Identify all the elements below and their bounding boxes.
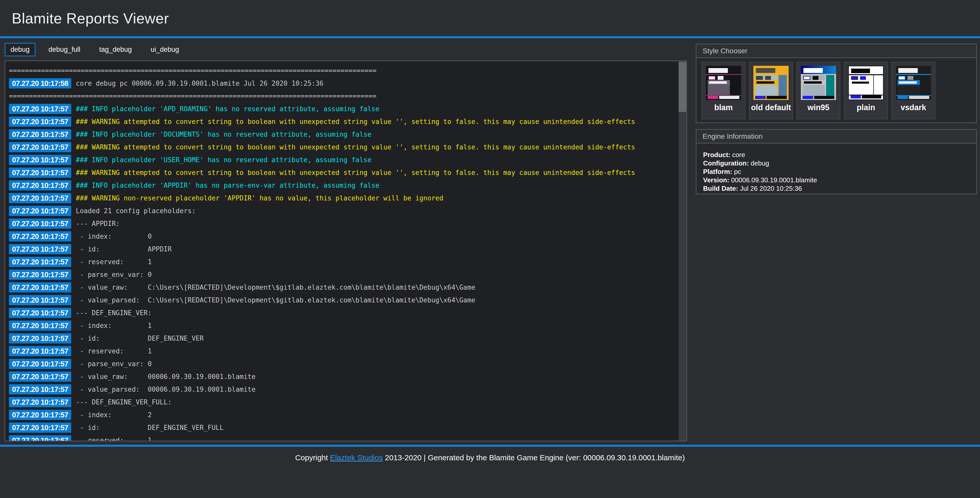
engine-info-list: Product: coreConfiguration: debugPlatfor…: [697, 144, 976, 200]
engine-info-field-value: debug: [751, 159, 769, 167]
log-row: 07.27.20 10:17:57--- APPDIR:: [9, 217, 675, 230]
preview-footer-segment-a: [897, 96, 908, 99]
style-option-old-default[interactable]: old default: [749, 62, 793, 119]
preview-highlight-bar: [708, 80, 730, 85]
log-timestamp-badge: 07.27.20 10:17:58: [9, 78, 71, 89]
footer-link[interactable]: Elaztek Studios: [330, 454, 383, 462]
log-rows: ========================================…: [9, 64, 675, 441]
engine-info-field-value: 00006.09.30.19.0001.blamite: [731, 176, 817, 184]
log-row: 07.27.20 10:17:57### INFO placeholder 'A…: [9, 179, 675, 192]
tab-tag_debug[interactable]: tag_debug: [94, 43, 138, 56]
log-text: - reserved: 1: [76, 347, 151, 355]
log-row: 07.27.20 10:17:57 - value_parsed: 00006.…: [9, 383, 675, 396]
log-text: - reserved: 1: [76, 436, 151, 441]
log-row: 07.27.20 10:17:57 - id: APPDIR: [9, 243, 675, 255]
scrollbar-thumb[interactable]: [679, 62, 686, 112]
log-timestamp-badge: 07.27.20 10:17:57: [9, 333, 71, 344]
preview-accent-line: [849, 74, 883, 75]
log-text: - id: APPDIR: [76, 245, 172, 253]
page-title: Blamite Reports Viewer: [12, 10, 169, 27]
style-preview-thumbnail: [706, 66, 741, 100]
preview-footer-segment-a: [755, 96, 765, 99]
preview-highlight-inner: [899, 81, 917, 84]
preview-tab-a: [756, 76, 763, 80]
log-timestamp-badge: 07.27.20 10:17:57: [9, 295, 71, 305]
log-text: ### INFO placeholder 'APD_ROAMING' has n…: [76, 105, 380, 113]
tab-debug[interactable]: debug: [5, 43, 35, 56]
tab-ui_debug[interactable]: ui_debug: [145, 43, 185, 56]
log-timestamp-badge: 07.27.20 10:17:57: [9, 397, 71, 407]
preview-tab-b: [860, 76, 866, 80]
log-text: ### WARNING attempted to convert string …: [76, 169, 635, 176]
preview-footer-segment-b: [862, 95, 881, 98]
preview-highlight-inner: [804, 81, 822, 84]
log-text: - parse_env_var: 0: [76, 360, 151, 368]
tab-bar: debugdebug_fulltag_debugui_debug: [5, 43, 185, 56]
footer-copyright-prefix: Copyright: [295, 454, 330, 462]
log-row: 07.27.20 10:17:57### WARNING attempted t…: [9, 115, 675, 128]
style-preview-thumbnail: [801, 66, 836, 100]
engine-info-field-value: core: [732, 151, 745, 159]
log-timestamp-badge: 07.27.20 10:17:57: [9, 371, 71, 382]
log-row: 07.27.20 10:17:57 - parse_env_var: 0: [9, 357, 675, 370]
log-row: 07.27.20 10:17:57 - index: 0: [9, 230, 675, 243]
log-row: 07.27.20 10:17:57Loaded 21 config placeh…: [9, 205, 675, 217]
preview-highlight-inner: [709, 81, 727, 84]
log-text: - index: 0: [76, 233, 151, 240]
log-row: 07.27.20 10:17:57 - reserved: 1: [9, 345, 675, 357]
log-timestamp-badge: 07.27.20 10:17:57: [9, 244, 71, 254]
log-text: - value_raw: C:\Users\[REDACTED]\Develop…: [76, 284, 475, 291]
style-option-label: win95: [808, 103, 829, 112]
style-option-vsdark[interactable]: vsdark: [891, 62, 935, 119]
preview-highlight-bar: [755, 80, 777, 85]
log-text: - value_parsed: C:\Users\[REDACTED]\Deve…: [76, 296, 475, 304]
style-preview-thumbnail: [848, 66, 883, 100]
log-timestamp-badge: 07.27.20 10:17:57: [9, 117, 71, 127]
log-text: --- DEF_ENGINE_VER_FULL:: [76, 398, 172, 406]
log-timestamp-badge: 07.27.20 10:17:57: [9, 206, 71, 216]
log-row: 07.27.20 10:17:57 - id: DEF_ENGINE_VER: [9, 332, 675, 345]
preview-highlight-bar: [851, 80, 872, 85]
footer-copyright-suffix: 2013-2020 | Generated by the Blamite Gam…: [383, 454, 685, 462]
theme-grid: blamold defaultwin95plainvsdark: [697, 58, 976, 119]
log-timestamp-badge: 07.27.20 10:17:57: [9, 257, 71, 267]
log-text: --- DEF_ENGINE_VER:: [76, 309, 151, 317]
preview-tab-a: [803, 76, 811, 80]
preview-sidebar: [826, 75, 834, 96]
log-timestamp-badge: 07.27.20 10:17:57: [9, 180, 71, 190]
preview-footer-segment-b: [719, 96, 739, 99]
engine-info-panel: Engine Information Product: coreConfigur…: [696, 129, 977, 194]
style-option-win95[interactable]: win95: [797, 62, 840, 119]
style-option-blam[interactable]: blam: [702, 62, 746, 119]
log-timestamp-badge: 07.27.20 10:17:57: [9, 346, 71, 356]
engine-info-field: Version: 00006.09.30.19.0001.blamite: [703, 176, 969, 184]
preview-tab-b: [718, 76, 724, 80]
engine-info-field-label: Platform:: [703, 168, 734, 175]
engine-info-field-label: Product:: [703, 151, 732, 159]
preview-title-box: [898, 68, 918, 73]
log-row: 07.27.20 10:17:57 - value_raw: 00006.09.…: [9, 370, 675, 383]
log-text: ### INFO placeholder 'DOCUMENTS' has no …: [76, 130, 371, 138]
page: Blamite Reports Viewer debugdebug_fullta…: [0, 0, 980, 498]
tab-debug_full[interactable]: debug_full: [43, 43, 86, 56]
log-text: ### WARNING attempted to convert string …: [76, 143, 635, 151]
preview-tab-b: [907, 76, 913, 80]
preview-highlight-inner: [852, 82, 869, 84]
log-row: 07.27.20 10:17:57 - index: 1: [9, 319, 675, 332]
log-timestamp-badge: 07.27.20 10:17:57: [9, 168, 71, 178]
log-scrollbar[interactable]: [679, 61, 686, 441]
log-row: 07.27.20 10:17:57### INFO placeholder 'U…: [9, 154, 675, 166]
engine-info-field: Build Date: Jul 26 2020 10:25:36: [703, 184, 969, 193]
preview-tab-a: [851, 76, 858, 80]
preview-tab-b: [765, 76, 771, 80]
log-text: - value_parsed: 00006.09.30.19.0001.blam…: [76, 385, 256, 393]
engine-info-field: Configuration: debug: [703, 159, 969, 168]
log-text: - value_raw: 00006.09.30.19.0001.blamite: [76, 373, 256, 381]
style-option-plain[interactable]: plain: [844, 62, 888, 119]
preview-accent-line: [896, 74, 931, 75]
style-option-label: plain: [857, 103, 875, 112]
app-header: Blamite Reports Viewer: [0, 0, 980, 38]
log-timestamp-badge: 07.27.20 10:17:57: [9, 384, 71, 395]
preview-title-box: [708, 68, 728, 73]
preview-footer-segment-b: [767, 96, 787, 99]
